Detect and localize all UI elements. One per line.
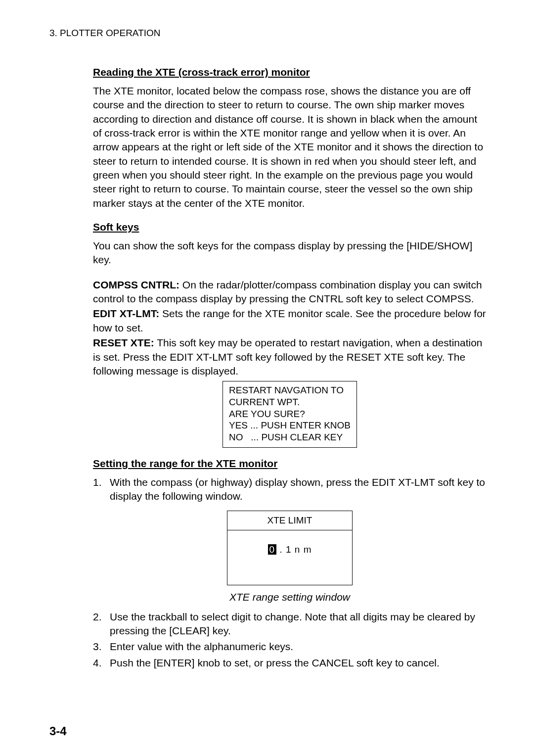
xte-limit-title: XTE LIMIT: [227, 511, 352, 530]
heading-soft-keys: Soft keys: [93, 221, 487, 233]
step-4: 4. Push the [ENTER] knob to set, or pres…: [93, 656, 487, 670]
page-header: 3. PLOTTER OPERATION: [49, 28, 490, 39]
def-compss-label: COMPSS CNTRL:: [93, 279, 179, 290]
def-reset-xte: RESET XTE: This soft key may be operated…: [93, 336, 487, 378]
para-soft-keys-intro: You can show the soft keys for the compa…: [93, 239, 487, 267]
step-text: Use the trackball to select digit to cha…: [110, 610, 487, 638]
restart-nav-message-box: RESTART NAVGATION TO CURRENT WPT. ARE YO…: [222, 381, 357, 448]
step-2: 2. Use the trackball to select digit to …: [93, 610, 487, 638]
xte-limit-value[interactable]: 0 . 1 n m: [268, 544, 312, 555]
def-edit-xt-lmt: EDIT XT-LMT: Sets the range for the XTE …: [93, 307, 487, 335]
step-1: 1. With the compass (or highway) display…: [93, 475, 487, 504]
step-text: Enter value with the alphanumeric keys.: [110, 640, 487, 654]
page-number: 3-4: [49, 724, 67, 738]
heading-setting-range: Setting the range for the XTE monitor: [93, 458, 487, 470]
heading-xte-monitor: Reading the XTE (cross-track error) moni…: [93, 66, 487, 78]
step-number: 4.: [93, 656, 110, 670]
step-number: 1.: [93, 475, 110, 504]
step-3: 3. Enter value with the alphanumeric key…: [93, 640, 487, 654]
xte-window-caption: XTE range setting window: [93, 591, 487, 603]
xte-limit-window: XTE LIMIT 0 . 1 n m: [227, 511, 353, 585]
xte-selected-digit[interactable]: 0: [268, 544, 277, 555]
step-text: With the compass (or highway) display sh…: [110, 475, 487, 504]
def-editxt-label: EDIT XT-LMT:: [93, 308, 159, 319]
def-reset-label: RESET XTE:: [93, 337, 154, 348]
step-text: Push the [ENTER] knob to set, or press t…: [110, 656, 487, 670]
step-number: 2.: [93, 610, 110, 638]
step-number: 3.: [93, 640, 110, 654]
para-xte-monitor: The XTE monitor, located below the compa…: [93, 84, 487, 210]
xte-rest-digits: . 1 n m: [276, 544, 312, 555]
def-compss-cntrl: COMPSS CNTRL: On the radar/plotter/compa…: [93, 278, 487, 306]
